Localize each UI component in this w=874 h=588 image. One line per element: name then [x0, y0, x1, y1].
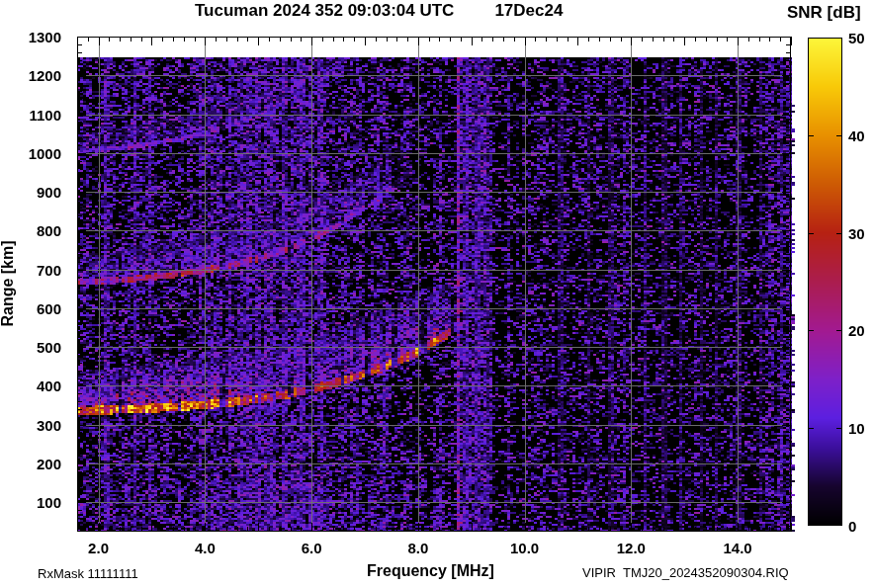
data-file-name: VIPIR TMJ20_2024352090304.RIQ	[582, 565, 789, 580]
y-tick-label: 200	[0, 455, 61, 471]
x-tick-label: 12.0	[617, 540, 646, 556]
x-tick-label: 10.0	[510, 540, 539, 556]
colorbar-tick-label: 40	[848, 126, 865, 143]
colorbar-tick-label: 50	[848, 30, 865, 46]
y-tick-label: 500	[0, 339, 61, 356]
x-tick-label: 2.0	[88, 540, 109, 556]
x-tick-label: 8.0	[407, 540, 428, 556]
title-date: 17Dec24	[494, 1, 563, 21]
y-tick-label: 700	[0, 261, 61, 278]
y-tick-label: 900	[0, 184, 61, 201]
y-tick-label: 400	[0, 378, 61, 394]
x-tick-label: 14.0	[724, 540, 752, 556]
ionogram-plot-canvas	[0, 0, 874, 588]
y-tick-label: 1000	[0, 144, 61, 161]
x-tick-label: 6.0	[302, 540, 322, 556]
colorbar-tick-label: 10	[848, 420, 865, 437]
colorbar-title: SNR [dB]	[787, 3, 861, 23]
y-tick-label: 1300	[0, 29, 61, 45]
colorbar-tick-label: 30	[848, 224, 865, 241]
y-tick-label: 600	[0, 299, 61, 316]
title-station-time: Tucuman 2024 352 09:03:04 UTC	[195, 1, 454, 21]
y-tick-label: 1100	[0, 106, 61, 123]
x-axis-label: Frequency [MHz]	[367, 562, 494, 580]
y-tick-label: 100	[0, 494, 61, 511]
ionogram-view: Tucuman 2024 352 09:03:04 UTC 17Dec24 SN…	[0, 0, 874, 588]
colorbar-tick-label: 20	[848, 322, 865, 339]
rx-mask-text: RxMask 11111111	[38, 566, 138, 581]
y-tick-label: 300	[0, 416, 61, 433]
y-tick-label: 800	[0, 222, 61, 239]
colorbar-tick-label: 0	[848, 518, 856, 535]
x-tick-label: 4.0	[195, 540, 216, 556]
plot-title: Tucuman 2024 352 09:03:04 UTC 17Dec24	[195, 1, 563, 21]
y-tick-label: 1200	[0, 67, 61, 84]
